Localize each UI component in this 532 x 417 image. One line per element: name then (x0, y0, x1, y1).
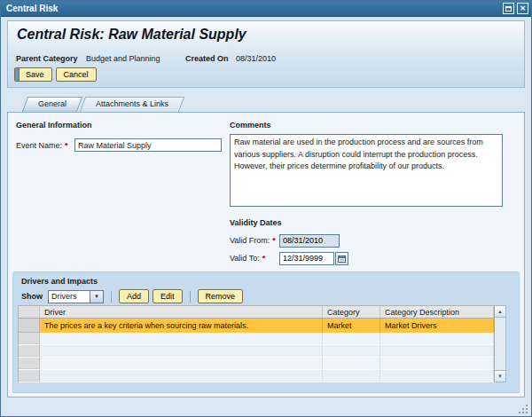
row-selector[interactable] (19, 370, 40, 382)
table-scrollbar: ▲ ▼ (494, 305, 506, 382)
add-button[interactable]: Add (119, 289, 149, 303)
remove-button[interactable]: Remove (198, 289, 244, 303)
resize-grip-dots (517, 403, 519, 405)
valid-from-label: Valid From:* (230, 236, 279, 245)
metadata-row: Parent Category Budget and Planning Crea… (8, 54, 524, 65)
titlebar: Central Risk ✕ (1, 1, 531, 17)
table-row-empty[interactable] (19, 345, 494, 358)
column-header-driver[interactable]: Driver (40, 306, 323, 318)
tab-general[interactable]: General (22, 97, 82, 112)
event-name-row: Event Name:* (16, 138, 229, 153)
header-panel: Central Risk: Raw Material Supply Parent… (7, 20, 525, 88)
general-tab-panel: General Information Event Name:* Comment… (7, 112, 525, 397)
show-select[interactable]: Drivers ▼ (48, 290, 104, 303)
maximize-icon (505, 6, 512, 12)
required-marker: * (65, 141, 68, 150)
save-accent-bar (15, 67, 20, 82)
validity-dates-heading: Validity Dates (230, 218, 282, 227)
category-cell: Market (323, 319, 380, 333)
close-icon: ✕ (520, 5, 526, 12)
save-button-label: Save (26, 70, 44, 79)
maximize-button[interactable] (503, 3, 514, 14)
action-buttons: Save Cancel (14, 67, 97, 82)
drivers-table: Driver Category Category Description The… (18, 305, 506, 382)
tab-bar: General Attachments & Links (7, 97, 184, 112)
table-row-empty[interactable] (19, 370, 494, 382)
event-name-input[interactable] (74, 138, 222, 152)
row-selector[interactable] (19, 358, 40, 369)
add-button-label: Add (127, 292, 141, 301)
required-marker: * (262, 254, 266, 263)
show-label: Show (21, 292, 43, 301)
row-selector[interactable] (19, 333, 40, 344)
show-select-value: Drivers (48, 290, 90, 303)
drivers-toolbar: Show Drivers ▼ Add Edit Remove (21, 289, 243, 303)
tab-attachments-links-label: Attachments & Links (96, 98, 168, 111)
save-button[interactable]: Save (14, 67, 52, 82)
calendar-icon (338, 255, 346, 263)
scroll-up-button[interactable]: ▲ (495, 306, 505, 318)
valid-from-field (279, 234, 340, 248)
cancel-button[interactable]: Cancel (56, 67, 97, 82)
valid-to-row: Valid To:* (230, 251, 348, 265)
drivers-impacts-panel: Drivers and Impacts Show Drivers ▼ Add E… (12, 271, 520, 393)
page-title: Central Risk: Raw Material Supply (17, 27, 246, 43)
table-header-row: Driver Category Category Description (19, 306, 494, 319)
drivers-table-grid: Driver Category Category Description The… (18, 305, 494, 382)
valid-to-label: Valid To:* (230, 254, 279, 263)
parent-category-value: Budget and Planning (86, 54, 160, 63)
category-description-cell: Market Drivers (380, 319, 494, 333)
toolbar-separator (190, 291, 191, 303)
dropdown-arrow-icon: ▼ (90, 290, 104, 303)
table-row-empty[interactable] (19, 333, 494, 345)
comments-textarea[interactable]: Raw material are used in the production … (230, 134, 503, 207)
window-title: Central Risk (6, 1, 58, 16)
row-selector[interactable] (19, 345, 40, 357)
scroll-down-button[interactable]: ▼ (495, 370, 505, 382)
edit-button-label: Edit (160, 292, 175, 301)
valid-from-row: Valid From:* (230, 233, 340, 248)
central-risk-window: Central Risk ✕ Central Risk: Raw Materia… (0, 0, 532, 417)
scrollbar-track (495, 318, 505, 370)
window-controls: ✕ (503, 3, 528, 14)
date-picker-button[interactable] (335, 252, 348, 265)
tab-general-label: General (38, 98, 66, 111)
row-selector[interactable] (19, 319, 40, 333)
column-header-category-description[interactable]: Category Description (380, 306, 494, 318)
row-selector-header (19, 306, 40, 318)
drivers-impacts-heading: Drivers and Impacts (21, 277, 98, 286)
required-marker: * (272, 236, 276, 245)
edit-button[interactable]: Edit (153, 289, 183, 303)
close-button[interactable]: ✕ (517, 3, 528, 14)
resize-grip[interactable] (517, 403, 528, 414)
general-information-heading: General Information (16, 121, 92, 130)
tab-attachments-links[interactable]: Attachments & Links (80, 97, 184, 112)
toolbar-separator (111, 291, 112, 303)
created-on-label: Created On (185, 54, 229, 63)
table-row-selected[interactable]: The prices are a key criteria when sourc… (19, 319, 494, 333)
created-on-value: 08/31/2010 (236, 54, 276, 63)
table-row-empty[interactable] (19, 358, 494, 370)
cancel-button-label: Cancel (64, 70, 89, 79)
column-header-category[interactable]: Category (323, 306, 380, 318)
event-name-label: Event Name:* (16, 141, 71, 150)
parent-category-label: Parent Category (16, 54, 78, 63)
valid-to-input[interactable] (279, 252, 334, 265)
remove-button-label: Remove (206, 292, 236, 301)
comments-heading: Comments (230, 121, 271, 130)
driver-cell: The prices are a key criteria when sourc… (40, 319, 323, 333)
